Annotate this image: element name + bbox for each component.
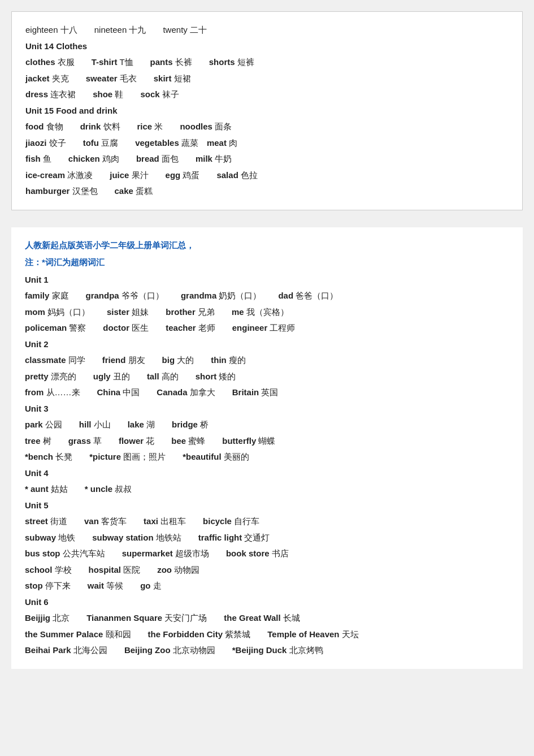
unit3-line1: park 公园 hill 小山 lake 湖 bridge 桥: [25, 417, 509, 433]
unit3-line2: tree 树 grass 草 flower 花 bee 蜜蜂 butterfly…: [25, 433, 509, 450]
top-line-8: jiaozi 饺子 tofu 豆腐 vegetables 蔬菜 meat 肉: [25, 135, 509, 152]
unit2-heading: Unit 2: [25, 336, 509, 353]
unit3-line3: *bench 长凳 *picture 图画；照片 *beautiful 美丽的: [25, 449, 509, 465]
unit2-line2: pretty 漂亮的 ugly 丑的 tall 高的 short 矮的: [25, 369, 509, 385]
bottom-title-1: 人教新起点版英语小学二年级上册单词汇总，: [25, 237, 509, 254]
bottom-card: 人教新起点版英语小学二年级上册单词汇总， 注：*词汇为超纲词汇 Unit 1 f…: [11, 227, 523, 669]
unit14-heading: Unit 14 Clothes: [25, 41, 87, 51]
unit5-line4: school 学校 hospital 医院 zoo 动物园: [25, 562, 509, 578]
unit5-line3: bus stop 公共汽车站 supermarket 超级市场 book sto…: [25, 546, 509, 562]
unit1-line2: mom 妈妈（口） sister 姐妹 brother 兄弟 me 我（宾格）: [25, 304, 509, 321]
top-line-5: dress 连衣裙 shoe 鞋 sock 袜子: [25, 87, 509, 103]
unit5-line2: subway 地铁 subway station 地铁站 traffic lig…: [25, 530, 509, 546]
top-line-4: jacket 夹克 sweater 毛衣 skirt 短裙: [25, 71, 509, 87]
unit6-heading: Unit 6: [25, 594, 509, 611]
unit15-heading: Unit 15 Food and drink: [25, 106, 118, 115]
unit6-line3: Beihai Park 北海公园 Beijing Zoo 北京动物园 *Beij…: [25, 642, 509, 659]
unit1-heading: Unit 1: [25, 272, 509, 288]
unit4-heading: Unit 4: [25, 465, 509, 482]
unit1-line3: policeman 警察 doctor 医生 teacher 老师 engine…: [25, 320, 509, 336]
top-line-3: clothes 衣服 T-shirt T恤 pants 长裤 shorts 短裤: [25, 54, 509, 71]
unit5-heading: Unit 5: [25, 498, 509, 514]
top-card: eighteen 十八 nineteen 十九 twenty 二十 Unit 1…: [11, 11, 523, 210]
unit2-line1: classmate 同学 friend 朋友 big 大的 thin 瘦的: [25, 352, 509, 369]
unit5-line5: stop 停下来 wait 等候 go 走: [25, 578, 509, 594]
top-line-1: eighteen 十八 nineteen 十九 twenty 二十: [25, 22, 509, 38]
unit3-heading: Unit 3: [25, 401, 509, 417]
top-line-7: food 食物 drink 饮料 rice 米 noodles 面条: [25, 119, 509, 135]
unit1-line1: family 家庭 grandpa 爷爷（口） grandma 奶奶（口） da…: [25, 288, 509, 304]
top-line-9: fish 鱼 chicken 鸡肉 bread 面包 milk 牛奶: [25, 151, 509, 167]
unit2-line3: from 从……来 China 中国 Canada 加拿大 Britain 英国: [25, 385, 509, 401]
unit5-line1: street 街道 van 客货车 taxi 出租车 bicycle 自行车: [25, 513, 509, 530]
bottom-title-2: 注：*词汇为超纲词汇: [25, 254, 509, 271]
unit4-line1: * aunt 姑姑 * uncle 叔叔: [25, 481, 509, 498]
top-line-2: Unit 14 Clothes: [25, 38, 509, 55]
top-line-11: hamburger 汉堡包 cake 蛋糕: [25, 183, 509, 200]
unit6-line2: the Summer Palace 颐和园 the Forbidden City…: [25, 627, 509, 643]
top-line-10: ice-cream 冰激凌 juice 果汁 egg 鸡蛋 salad 色拉: [25, 167, 509, 184]
unit6-line1: Beijjig 北京 Tiananmen Square 天安门广场 the Gr…: [25, 610, 509, 627]
top-line-6: Unit 15 Food and drink: [25, 103, 509, 119]
